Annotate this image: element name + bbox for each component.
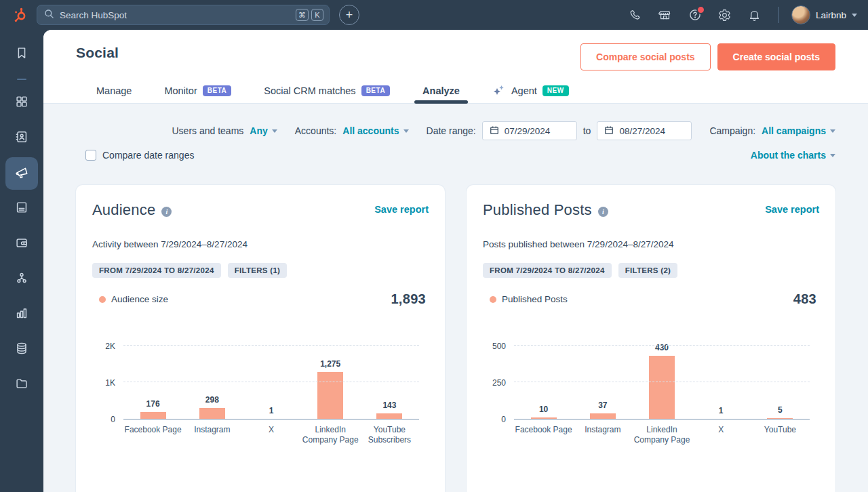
date-from-input[interactable]: 07/29/2024 bbox=[482, 121, 577, 140]
topbar-divider bbox=[778, 7, 779, 23]
y-axis-tick: 0 bbox=[501, 415, 506, 424]
date-to-input[interactable]: 08/27/2024 bbox=[597, 121, 692, 140]
sidebar-item-library[interactable] bbox=[5, 369, 38, 401]
sidebar-item-automations[interactable] bbox=[5, 263, 38, 295]
about-the-charts-dropdown[interactable]: About the charts bbox=[751, 150, 835, 161]
avatar bbox=[791, 5, 810, 24]
help-icon[interactable] bbox=[684, 3, 707, 26]
phone-icon[interactable] bbox=[624, 3, 647, 26]
save-report-link[interactable]: Save report bbox=[765, 204, 819, 215]
published-posts-report-card: Published Posts i Save report Posts publ… bbox=[467, 185, 835, 492]
sidebar-item-reporting[interactable] bbox=[5, 298, 38, 331]
create-social-posts-button[interactable]: Create social posts bbox=[717, 43, 835, 70]
user-name: Lairbnb bbox=[816, 10, 846, 20]
chevron-down-icon bbox=[272, 129, 277, 133]
sidebar-item-crm[interactable] bbox=[5, 122, 38, 155]
sidebar-item-commerce[interactable] bbox=[5, 228, 38, 260]
sidebar-item-workspaces[interactable] bbox=[5, 87, 38, 119]
bar-group: 10 bbox=[514, 405, 573, 419]
accounts-filter[interactable]: Accounts: All accounts bbox=[295, 125, 409, 136]
sidebar-item-marketing[interactable] bbox=[5, 157, 38, 190]
gridline bbox=[514, 382, 810, 382]
global-search-input[interactable]: Search HubSpot ⌘ K bbox=[37, 5, 330, 25]
tab-manage[interactable]: Manage bbox=[95, 79, 133, 103]
card-title: Audience bbox=[92, 201, 155, 219]
help-notification-badge bbox=[696, 5, 705, 14]
bars: 103743015 bbox=[514, 346, 810, 419]
chart-total: 1,893 bbox=[391, 291, 426, 307]
bar[interactable] bbox=[199, 408, 225, 419]
analyze-content: Users and teams Any Accounts: All accoun… bbox=[43, 104, 868, 492]
bar-group: 37 bbox=[573, 401, 632, 419]
compare-date-ranges-option[interactable]: Compare date ranges bbox=[85, 150, 194, 161]
bar-group: 430 bbox=[632, 343, 691, 419]
audience-report-card: Audience i Save report Activity between … bbox=[76, 185, 445, 492]
bar[interactable] bbox=[590, 413, 616, 419]
bar[interactable] bbox=[767, 418, 793, 419]
hubspot-logo-icon[interactable] bbox=[9, 5, 30, 25]
campaign-dropdown[interactable]: All campaigns bbox=[762, 125, 835, 136]
tab-analyze[interactable]: Analyze bbox=[421, 79, 461, 103]
bookmark-icon bbox=[14, 45, 29, 63]
sidebar-item-bookmarks[interactable] bbox=[5, 38, 38, 70]
megaphone-icon bbox=[14, 165, 30, 183]
info-icon[interactable]: i bbox=[598, 207, 608, 217]
marketplace-icon[interactable] bbox=[654, 3, 677, 26]
chevron-down-icon bbox=[830, 154, 835, 157]
card-subtitle: Posts published between 7/29/2024–8/27/2… bbox=[483, 239, 819, 249]
x-axis-label: YouTube Subscribers bbox=[360, 425, 419, 445]
bar-group: 298 bbox=[182, 395, 241, 419]
sparkles-icon bbox=[492, 85, 506, 97]
database-icon bbox=[14, 341, 29, 358]
settings-icon[interactable] bbox=[713, 3, 736, 26]
beta-badge: BETA bbox=[361, 85, 390, 96]
gridline bbox=[514, 345, 810, 346]
users-and-teams-filter[interactable]: Users and teams Any bbox=[172, 125, 277, 136]
accounts-dropdown[interactable]: All accounts bbox=[342, 125, 408, 136]
beta-badge: BETA bbox=[203, 85, 231, 96]
new-badge: NEW bbox=[542, 85, 569, 96]
bar-value-label: 1 bbox=[719, 406, 724, 415]
tab-social-crm-matches[interactable]: Social CRM matchesBETA bbox=[262, 79, 391, 103]
tab-bar: Manage MonitorBETA Social CRM matchesBET… bbox=[95, 79, 835, 103]
y-axis: 0250500 bbox=[483, 346, 514, 419]
notifications-icon[interactable] bbox=[743, 3, 766, 26]
users-and-teams-dropdown[interactable]: Any bbox=[250, 125, 277, 136]
info-icon[interactable]: i bbox=[161, 207, 172, 217]
bar[interactable] bbox=[376, 413, 402, 419]
gridline bbox=[123, 382, 419, 382]
x-axis-label: Instagram bbox=[573, 425, 632, 445]
bar-value-label: 176 bbox=[146, 399, 160, 409]
tab-agent[interactable]: AgentNEW bbox=[491, 79, 570, 103]
x-axis-labels: Facebook PageInstagramLinkedIn Company P… bbox=[514, 425, 810, 445]
bar-group: 1 bbox=[692, 406, 751, 419]
chart-legend: Published Posts bbox=[490, 294, 568, 304]
save-report-link[interactable]: Save report bbox=[374, 204, 429, 215]
filters-pill[interactable]: FILTERS (2) bbox=[618, 263, 678, 278]
user-menu[interactable]: Lairbnb bbox=[791, 5, 857, 24]
create-button[interactable]: + bbox=[339, 5, 359, 25]
calendar-icon bbox=[490, 125, 499, 137]
report-cards: Audience i Save report Activity between … bbox=[43, 161, 868, 492]
search-icon bbox=[44, 9, 54, 22]
bar[interactable] bbox=[317, 372, 343, 419]
sidebar-item-data[interactable] bbox=[5, 333, 38, 366]
main-content: Social Compare social posts Create socia… bbox=[43, 30, 868, 492]
filters-pill[interactable]: FILTERS (1) bbox=[228, 263, 288, 278]
bar-value-label: 143 bbox=[382, 401, 396, 410]
bar[interactable] bbox=[649, 356, 675, 419]
bar-value-label: 5 bbox=[778, 405, 783, 415]
sidebar-item-content[interactable] bbox=[5, 192, 38, 225]
bar-group: 176 bbox=[123, 399, 182, 419]
y-axis: 01K2K bbox=[92, 346, 123, 419]
compare-social-posts-button[interactable]: Compare social posts bbox=[580, 43, 711, 70]
main-sidebar bbox=[0, 30, 43, 492]
compare-date-ranges-checkbox[interactable] bbox=[85, 150, 96, 161]
bar[interactable] bbox=[531, 417, 557, 419]
bar[interactable] bbox=[140, 412, 166, 419]
date-range-pill: FROM 7/29/2024 TO 8/27/2024 bbox=[92, 263, 221, 278]
tab-monitor[interactable]: MonitorBETA bbox=[163, 79, 233, 103]
folder-icon bbox=[14, 376, 29, 394]
published-posts-bar-chart: 0250500 103743015 Facebook PageInstagram… bbox=[483, 346, 819, 445]
campaign-filter[interactable]: Campaign: All campaigns bbox=[709, 125, 835, 136]
